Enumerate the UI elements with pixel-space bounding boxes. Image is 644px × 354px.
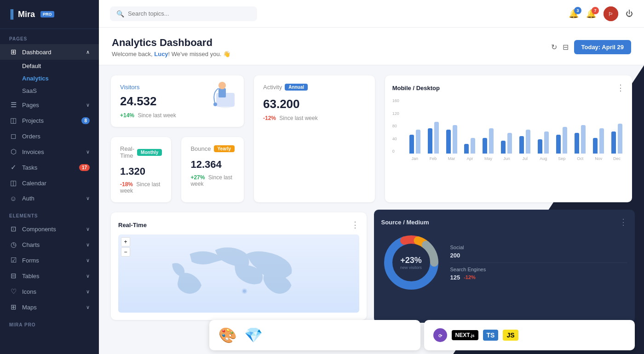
sidebar-item-forms[interactable]: ☑ Forms ∨ xyxy=(0,252,99,268)
stat-card-activity: Activity Annual 63.200 -12% Since last w… xyxy=(254,75,375,202)
tasks-badge: 17 xyxy=(79,164,90,171)
sidebar-item-label: Tables xyxy=(22,273,81,280)
sidebar-item-label: Projects xyxy=(22,117,77,124)
svg-point-8 xyxy=(242,288,247,294)
chevron-down-icon: ∨ xyxy=(86,289,90,295)
search-icon: 🔍 xyxy=(116,10,124,17)
chevron-down-icon: ∨ xyxy=(86,304,90,310)
stat-change-realtime: -18% Since last week xyxy=(120,181,162,194)
alerts-icon[interactable]: 🔔 7 xyxy=(586,9,596,19)
date-button[interactable]: Today: April 29 xyxy=(574,40,631,54)
chevron-down-icon: ∨ xyxy=(86,195,90,201)
sidebar-item-tasks[interactable]: ✓ Tasks 17 xyxy=(0,160,99,175)
sketch-icon: 💎 xyxy=(244,326,263,344)
sidebar-item-orders[interactable]: ◻ Orders xyxy=(0,128,99,144)
chevron-up-icon: ∧ xyxy=(86,49,90,55)
stat-badge-bounce: Yearly xyxy=(214,145,235,152)
svg-text:⟳: ⟳ xyxy=(438,333,443,338)
sidebar-item-label: Auth xyxy=(22,195,81,202)
donut-percent: +23% xyxy=(400,256,422,265)
chevron-down-icon: ∨ xyxy=(86,273,90,279)
sidebar-item-auth[interactable]: ☺ Auth ∨ xyxy=(0,191,99,206)
stat-value-activity: 63.200 xyxy=(263,97,366,111)
sidebar-item-calendar[interactable]: ◫ Calendar xyxy=(0,175,99,191)
stat-label-activity: Activity xyxy=(263,84,282,91)
sidebar-item-label: Tasks xyxy=(22,164,75,171)
chevron-down-icon: ∨ xyxy=(86,257,90,263)
stat-change-bounce: +27% Since last week xyxy=(190,174,235,187)
stat-change-visitors: +14% Since last week xyxy=(120,112,235,119)
sidebar-item-label: Calendar xyxy=(22,180,90,187)
chart-more-icon[interactable]: ⋮ xyxy=(616,83,625,93)
source-medium-more[interactable]: ⋮ xyxy=(619,217,627,227)
sidebar-sub-item-saas[interactable]: SaaS xyxy=(0,85,99,97)
sidebar-sub-item-analytics[interactable]: Analytics xyxy=(0,72,99,85)
sidebar-item-tables[interactable]: ⊟ Tables ∨ xyxy=(0,268,99,284)
sidebar-item-invoices[interactable]: ⬡ Invoices ∨ xyxy=(0,144,99,160)
charts-icon: ◷ xyxy=(9,240,17,249)
stat-badge-realtime: Monthly xyxy=(137,149,162,156)
stat-badge-activity: Annual xyxy=(285,84,308,91)
sidebar-item-label: Invoices xyxy=(22,148,81,155)
power-icon[interactable]: ⏻ xyxy=(626,10,633,18)
notifications-badge: 3 xyxy=(574,7,581,14)
search-input[interactable] xyxy=(128,10,251,17)
pages-icon: ☰ xyxy=(9,101,17,109)
section-label-elements: ELEMENTS xyxy=(0,206,99,221)
sidebar-item-components[interactable]: ⊡ Components ∨ xyxy=(0,221,99,237)
stat-value-realtime: 1.320 xyxy=(120,166,162,177)
source-name-social: Social xyxy=(450,245,628,250)
sidebar-item-label: Forms xyxy=(22,257,81,264)
notifications-icon[interactable]: 🔔 3 xyxy=(569,9,579,19)
sidebar-item-maps[interactable]: ⊞ Maps ∨ xyxy=(0,299,99,315)
topbar-right: 🔔 3 🔔 7 🏳 ⏻ xyxy=(569,6,633,21)
forms-icon: ☑ xyxy=(9,256,17,264)
sidebar-item-icons[interactable]: ♡ Icons ∨ xyxy=(0,284,99,299)
world-map-svg xyxy=(118,234,359,313)
sidebar-item-label: Components xyxy=(22,226,81,233)
stat-change-activity: -12% Since last week xyxy=(263,115,366,121)
sidebar-item-label: Maps xyxy=(22,304,81,311)
chevron-down-icon: ∨ xyxy=(86,226,90,232)
source-value-social: 200 xyxy=(450,252,460,259)
svg-point-6 xyxy=(213,103,217,106)
stat-card-visitors: Visitors 24.532 xyxy=(111,75,244,127)
sidebar-item-pages[interactable]: ☰ Pages ∨ xyxy=(0,97,99,113)
sidebar-sub-item-default[interactable]: Default xyxy=(0,60,99,72)
source-medium-card: Source / Medium ⋮ xyxy=(374,210,635,323)
donut-chart: +23% new visitors xyxy=(381,233,441,292)
calendar-icon: ◫ xyxy=(9,179,17,187)
source-item-search: Search Engines 125 -12% xyxy=(450,263,628,285)
realtime-map-title: Real-Time xyxy=(118,222,147,228)
realtime-map-card: Real-Time ⋮ + − xyxy=(111,212,367,320)
source-item-social: Social 200 xyxy=(450,241,628,263)
topbar: 🔍 🔔 3 🔔 7 🏳 ⏻ xyxy=(99,0,644,28)
sidebar-item-label: Orders xyxy=(22,133,90,140)
dashboard-icon: ⊞ xyxy=(9,48,17,56)
donut-label: new visitors xyxy=(400,265,422,270)
filter-button[interactable]: ⊟ xyxy=(563,43,569,51)
source-list: Social 200 Search Engines 125 -12% xyxy=(450,241,628,285)
avatar[interactable]: 🏳 xyxy=(604,6,618,21)
sidebar-item-projects[interactable]: ◫ Projects 8 xyxy=(0,113,99,128)
sidebar-item-dashboard[interactable]: ⊞ Dashboard ∧ xyxy=(0,44,99,60)
sidebar-item-charts[interactable]: ◷ Charts ∨ xyxy=(0,237,99,252)
content-area: Visitors 24.532 xyxy=(99,65,644,354)
components-icon: ⊡ xyxy=(9,225,17,233)
svg-point-5 xyxy=(218,82,226,89)
tool-card-design: 🎨 💎 xyxy=(209,320,420,350)
icons-icon: ♡ xyxy=(9,287,17,296)
nextjs-icon: NEXT.js xyxy=(452,330,478,340)
chevron-down-icon: ∨ xyxy=(86,102,90,108)
sidebar-item-label: Dashboard xyxy=(22,49,81,56)
source-value-search: 125 xyxy=(450,274,460,281)
search-box[interactable]: 🔍 xyxy=(110,6,257,21)
source-name-search: Search Engines xyxy=(450,267,628,272)
javascript-icon: JS xyxy=(503,330,518,341)
refresh-button[interactable]: ↻ xyxy=(551,43,557,51)
alerts-badge: 7 xyxy=(592,7,599,14)
page-title: Analytics Dashboard xyxy=(112,37,230,49)
page-subtitle: Welcome back, Lucy! We've missed you. 👋 xyxy=(112,51,230,57)
projects-badge: 8 xyxy=(81,117,90,124)
realtime-map-more[interactable]: ⋮ xyxy=(351,220,359,230)
